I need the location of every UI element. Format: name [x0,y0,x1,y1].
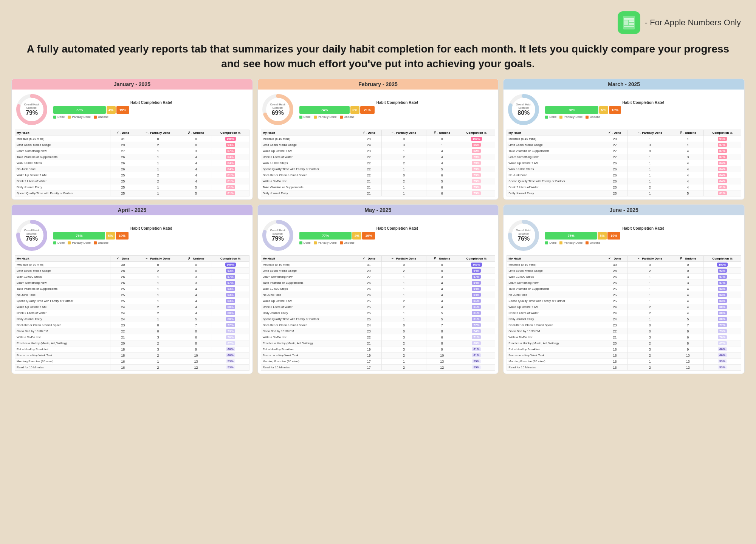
habit-name: No Junk Food [15,292,110,298]
habit-undone: 4 [426,286,458,292]
habit-name: Go to Bed by 10:30 PM [507,328,602,334]
habit-name: Meditate (5-10 mins) [507,262,602,268]
habit-done: 25 [602,190,627,196]
habit-done: 21 [602,334,627,340]
bar-done: 74% [299,106,350,114]
donut-pct: 76% [515,235,532,242]
habit-partial: 2 [382,268,426,274]
table-row: Daily Journal Entry 25 1 5 81% [15,184,249,190]
apple-numbers-logo [618,11,640,34]
habit-name: Read for 15 Minutes [261,365,356,371]
habit-undone: 4 [180,292,212,298]
table-row: Go to Bed by 10:30 PM 22 0 8 73% [15,328,249,334]
habit-partial: 2 [136,142,180,148]
table-row: Drink 2 Liters of Water 24 2 4 80% [15,310,249,316]
habit-undone: 10 [180,352,212,359]
habit-partial: 1 [136,298,180,304]
habit-name: Focus on a Key Work Task [261,352,356,359]
habit-completion: 81% [458,316,495,322]
habit-completion: 84% [704,172,741,178]
habit-done: 17 [356,359,382,365]
habit-partial: 2 [382,340,426,346]
habit-partial: 3 [628,334,672,340]
habit-partial: 2 [136,268,180,274]
col-completion: Completion % [458,130,495,136]
habit-name: Walk 10,000 Steps [507,274,602,280]
habit-partial: 1 [628,292,672,298]
habit-completion: 75% [458,190,495,196]
table-row: Take Vitamins or Supplements 25 1 4 83% [507,286,741,292]
habit-name: Write a To-Do List [261,178,356,184]
donut-pct: 69% [269,110,286,116]
completion-title: Habit Completion Rate! [299,226,496,230]
donut-pct: 76% [23,235,40,242]
table-row: Take Vitamins or Supplements 26 1 4 84% [15,154,249,160]
habit-done: 24 [110,316,136,322]
col-done: ✓ - Done [356,256,382,262]
legend-undone-dot [586,241,589,244]
bar-done: 78% [545,106,598,114]
habit-done: 30 [110,262,136,268]
habit-partial: 1 [628,166,672,172]
habit-completion: 87% [458,274,495,280]
habit-partial: 3 [628,142,672,148]
habit-undone: 8 [180,328,212,334]
legend-row: Done Partially Done Undone [545,241,741,244]
donut-title: Overall Habit Success! [515,229,532,235]
habit-completion: 77% [458,322,495,328]
col-completion: Completion % [704,130,741,136]
habit-undone: 12 [672,365,704,371]
habit-done: 23 [356,148,382,154]
legend-done-dot [299,241,302,244]
habit-completion: 94% [212,142,249,148]
col-undone: ✗ - Undone [180,130,212,136]
col-partial: ~ - Partially Done [628,256,672,262]
habit-name: Walk 10,000 Steps [15,274,110,280]
donut-title: Overall Habit Success! [269,229,286,235]
habit-done: 24 [110,304,136,310]
habit-done: 18 [110,352,136,359]
completion-bar: 76% 5% 19% [545,232,741,240]
legend-done: Done [545,241,556,244]
table-row: Daily Journal Entry 25 1 5 81% [261,310,495,316]
habit-undone: 4 [672,310,704,316]
table-row: Take Vitamins or Supplements 26 1 4 84% [261,280,495,286]
habit-completion: 67% [212,340,249,346]
habit-name: Take Vitamins or Supplements [15,286,110,292]
col-completion: Completion % [704,256,741,262]
habit-partial: 2 [382,298,426,304]
legend-partial: Partially Done [314,115,337,119]
habit-completion: 53% [704,365,741,371]
habit-name: Learn Something New [507,154,602,160]
month-card-march: March - 2025 Overall Habit Success! 80% … [503,79,745,200]
habit-undone: 5 [426,316,458,322]
habit-name: Declutter or Clean a Small Space [507,322,602,328]
habit-undone: 3 [180,274,212,280]
habit-name: No Junk Food [261,292,356,298]
habit-done: 31 [356,262,382,268]
habit-name: Daily Journal Entry [507,316,602,322]
habit-partial: 1 [628,190,672,196]
month-header: May - 2025 [258,205,499,215]
habit-completion: 74% [458,328,495,334]
habit-done: 26 [110,166,136,172]
table-row: Declutter or Clean a Small Space 23 0 7 … [15,322,249,328]
table-row: Walk 10,000 Steps 26 1 3 87% [15,274,249,280]
legend-partial: Partially Done [314,241,337,244]
habit-partial: 2 [382,160,426,166]
table-row: Learn Something New 27 1 3 87% [261,274,495,280]
habit-undone: 6 [426,190,458,196]
habit-partial: 2 [136,352,180,359]
table-row: Meditate (5-10 mins) 30 0 0 100% [15,262,249,268]
habit-done: 26 [356,280,382,286]
legend-done-dot [545,116,548,119]
habit-name: Drink 2 Liters of Water [15,310,110,316]
table-row: Meditate (5-10 mins) 29 1 1 94% [507,136,741,142]
table-row: Drink 2 Liters of Water 25 2 4 81% [507,184,741,190]
habit-done: 24 [356,142,382,148]
habit-table: My Habit ✓ - Done ~ - Partially Done ✗ -… [507,130,741,196]
table-row: Drink 2 Liters of Water 22 2 4 79% [261,154,495,160]
habit-name: Wake Up Before 7 AM [507,304,602,310]
habit-completion: 83% [212,298,249,304]
habit-partial: 1 [136,190,180,196]
